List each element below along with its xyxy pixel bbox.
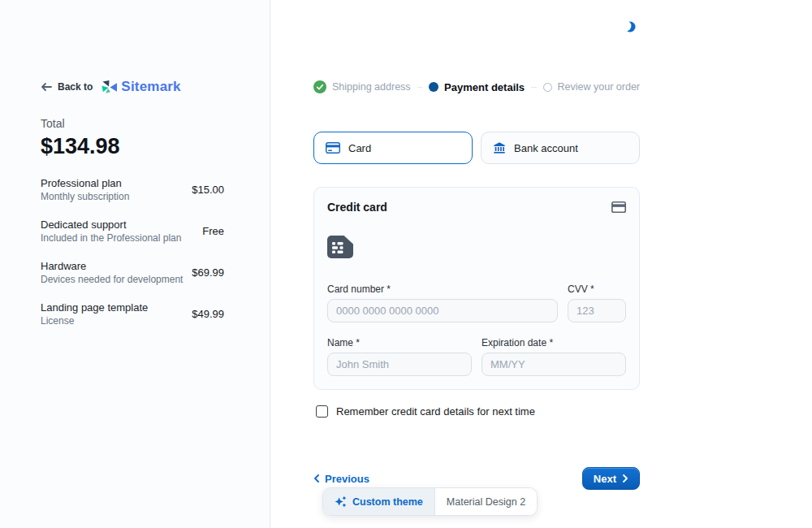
- item-price: $49.99: [192, 308, 224, 320]
- list-item: Professional plan Monthly subscription $…: [41, 177, 224, 202]
- credit-card-panel: Credit card Card number * CVV *: [313, 187, 640, 390]
- list-item: Dedicated support Included in the Profes…: [41, 219, 224, 244]
- payment-method-toggle: Card Bank account: [313, 132, 640, 164]
- dark-mode-toggle-button[interactable]: [619, 16, 640, 37]
- active-step-dot-icon: [429, 82, 438, 92]
- item-subtitle: Devices needed for development: [41, 274, 183, 285]
- total-label: Total: [41, 117, 270, 130]
- cvv-label: CVV *: [568, 283, 626, 295]
- step-connector: [417, 87, 422, 88]
- step-connector: [531, 87, 536, 88]
- item-price: Free: [202, 225, 224, 237]
- method-bank-account-button[interactable]: Bank account: [481, 132, 640, 164]
- expiration-date-label: Expiration date *: [482, 337, 626, 348]
- step-label: Shipping address: [332, 81, 411, 93]
- theme-switcher: Custom theme Material Design 2: [322, 487, 538, 516]
- total-value: $134.98: [41, 134, 270, 159]
- cvv-input[interactable]: [568, 299, 626, 322]
- brand-name: Sitemark: [121, 79, 180, 95]
- step-label: Review your order: [558, 81, 640, 93]
- item-price: $15.00: [192, 184, 224, 196]
- back-link[interactable]: Back to Sitemark: [41, 79, 270, 95]
- credit-card-icon: [326, 142, 340, 154]
- next-button[interactable]: Next: [582, 467, 640, 490]
- theme-option-label: Custom theme: [352, 496, 423, 508]
- card-number-label: Card number *: [327, 283, 558, 295]
- remember-card-label: Remember credit card details for next ti…: [336, 405, 535, 418]
- moon-icon: [623, 20, 636, 33]
- chevron-right-icon: [623, 474, 628, 483]
- sparkle-icon: [335, 496, 347, 508]
- nav-row: Previous Next: [313, 467, 640, 490]
- remember-card-row: Remember credit card details for next ti…: [316, 405, 535, 418]
- check-circle-icon: [313, 80, 326, 93]
- payment-pane: Shipping address Payment details Review …: [270, 0, 812, 528]
- brand-logo[interactable]: Sitemark: [101, 79, 180, 95]
- order-summary-pane: Back to Sitemark Total $134.98 Professio…: [0, 0, 270, 528]
- pending-step-circle-icon: [543, 83, 552, 92]
- remember-card-checkbox[interactable]: [316, 405, 328, 418]
- theme-option-label: Material Design 2: [447, 496, 525, 508]
- expiration-date-input[interactable]: [482, 353, 626, 376]
- back-label: Back to: [58, 81, 93, 93]
- method-label: Card: [348, 142, 371, 154]
- list-item: Hardware Devices needed for development …: [41, 260, 224, 285]
- item-subtitle: License: [41, 315, 148, 327]
- chevron-left-icon: [313, 474, 319, 483]
- step-review-order: Review your order: [543, 81, 640, 93]
- theme-option-material-design-2[interactable]: Material Design 2: [435, 488, 537, 515]
- step-label: Payment details: [444, 81, 525, 93]
- order-items-list: Professional plan Monthly subscription $…: [41, 177, 224, 327]
- item-title: Dedicated support: [41, 219, 181, 231]
- name-label: Name *: [327, 337, 472, 348]
- previous-label: Previous: [325, 473, 369, 485]
- method-card-button[interactable]: Card: [313, 132, 473, 164]
- item-subtitle: Included in the Professional plan: [41, 232, 181, 244]
- next-label: Next: [594, 473, 616, 485]
- item-subtitle: Monthly subscription: [41, 191, 129, 202]
- step-payment-details: Payment details: [429, 81, 525, 93]
- sitemark-logo-icon: [101, 80, 118, 95]
- method-label: Bank account: [514, 142, 578, 154]
- credit-card-small-icon: [611, 201, 626, 213]
- sim-card-icon: [327, 236, 626, 262]
- previous-button[interactable]: Previous: [313, 473, 369, 485]
- checkout-stepper: Shipping address Payment details Review …: [313, 80, 640, 93]
- item-title: Landing page template: [41, 301, 148, 314]
- item-title: Professional plan: [41, 177, 129, 189]
- panel-title: Credit card: [327, 201, 387, 214]
- theme-option-custom-theme[interactable]: Custom theme: [323, 488, 434, 515]
- card-number-input[interactable]: [327, 299, 558, 322]
- step-shipping-address: Shipping address: [313, 80, 411, 93]
- bank-icon: [493, 141, 506, 154]
- list-item: Landing page template License $49.99: [41, 301, 224, 327]
- item-price: $69.99: [192, 266, 224, 279]
- item-title: Hardware: [41, 260, 183, 272]
- name-input[interactable]: [327, 353, 472, 376]
- arrow-back-icon: [41, 82, 52, 92]
